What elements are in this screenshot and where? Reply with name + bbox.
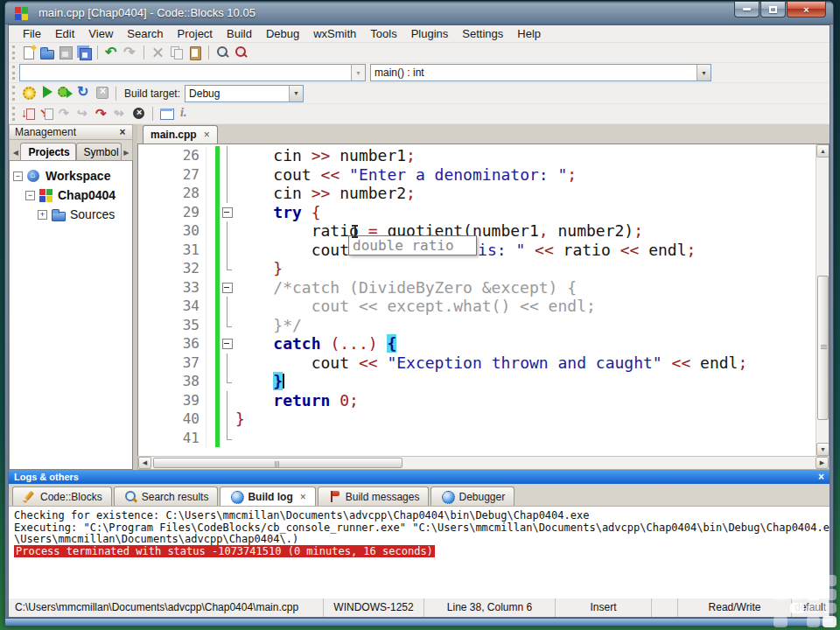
code-line-33[interactable]: 33 /*catch (DivideByZero &except) { bbox=[138, 278, 816, 298]
line-number[interactable]: 35 bbox=[138, 316, 206, 335]
scroll-left-icon[interactable]: ◀ bbox=[138, 457, 151, 469]
replace-icon[interactable] bbox=[233, 45, 249, 60]
line-number[interactable]: 33 bbox=[138, 278, 206, 298]
line-number[interactable]: 36 bbox=[138, 334, 206, 354]
line-number[interactable]: 32 bbox=[138, 259, 206, 278]
code-line-31[interactable]: 31 coutis: " << ratio << endl; bbox=[138, 241, 816, 260]
line-number[interactable]: 41 bbox=[138, 429, 206, 448]
step-into-icon[interactable] bbox=[75, 106, 92, 122]
code-line-34[interactable]: 34 cout << except.what() << endl; bbox=[138, 297, 816, 316]
chevron-down-icon[interactable]: ▼ bbox=[696, 65, 710, 80]
title-bar[interactable]: main.cpp [Chap0404] - Code::Blocks 10.05… bbox=[5, 2, 833, 24]
scope-combobox[interactable]: ▼ bbox=[19, 64, 366, 81]
vertical-scroll-thumb[interactable] bbox=[817, 276, 829, 420]
tab-main-cpp[interactable]: main.cpp × bbox=[143, 125, 218, 144]
abort-icon[interactable] bbox=[94, 84, 110, 100]
line-number[interactable]: 34 bbox=[138, 297, 206, 316]
open-file-icon[interactable] bbox=[38, 45, 55, 60]
code-line-35[interactable]: 35 }*/ bbox=[138, 316, 816, 335]
debugging-windows-icon[interactable] bbox=[158, 106, 175, 122]
tab-close-icon[interactable]: × bbox=[204, 129, 210, 141]
code-line-37[interactable]: 37 cout << "Exception thrown and caught"… bbox=[138, 354, 816, 373]
menu-wxsmith[interactable]: wxSmith bbox=[306, 25, 363, 42]
code-line-32[interactable]: 32 } bbox=[138, 259, 816, 278]
collapse-icon[interactable]: − bbox=[25, 191, 35, 200]
menu-project[interactable]: Project bbox=[171, 25, 220, 42]
code-line-41[interactable]: 41 bbox=[138, 429, 816, 448]
tree-item-workspace[interactable]: −Workspace bbox=[11, 166, 130, 186]
menu-tools[interactable]: Tools bbox=[363, 25, 403, 42]
fold-collapse-icon[interactable] bbox=[221, 203, 234, 222]
maximize-button[interactable] bbox=[760, 2, 786, 18]
various-info-icon[interactable] bbox=[177, 106, 193, 122]
code-text[interactable]: cin >> number1; bbox=[234, 146, 416, 165]
code-line-36[interactable]: 36 catch (...) { bbox=[138, 334, 816, 354]
line-number[interactable]: 37 bbox=[138, 354, 206, 373]
code-text[interactable]: } bbox=[234, 410, 245, 429]
log-tab-search-results[interactable]: Search results bbox=[114, 486, 219, 506]
build-target-combobox[interactable]: Debug ▼ bbox=[185, 85, 304, 102]
horizontal-scrollbar[interactable]: ◀ ▶ bbox=[137, 456, 830, 470]
log-tab-build-messages[interactable]: Build messages bbox=[318, 486, 430, 506]
run-to-cursor-icon[interactable] bbox=[38, 106, 55, 122]
menu-file[interactable]: File bbox=[16, 25, 48, 42]
fold-collapse-icon[interactable] bbox=[221, 334, 234, 354]
code-line-30[interactable]: 30 ratio = quotient(number1, number2); bbox=[138, 221, 816, 241]
scroll-right-icon[interactable]: ▶ bbox=[816, 457, 829, 469]
code-text[interactable]: cout << except.what() << endl; bbox=[234, 297, 596, 316]
tab-projects[interactable]: Projects bbox=[20, 143, 75, 160]
menu-debug[interactable]: Debug bbox=[259, 25, 306, 42]
run-icon[interactable] bbox=[38, 84, 55, 100]
copy-icon[interactable] bbox=[168, 45, 185, 60]
code-text[interactable]: return 0; bbox=[234, 391, 359, 410]
save-icon[interactable] bbox=[57, 45, 74, 60]
menu-search[interactable]: Search bbox=[120, 25, 170, 42]
log-tab-code-blocks[interactable]: Code::Blocks bbox=[12, 486, 112, 506]
build-and-run-icon[interactable] bbox=[57, 84, 74, 100]
code-line-26[interactable]: 26 cin >> number1; bbox=[138, 146, 816, 165]
close-button[interactable]: × bbox=[787, 2, 826, 18]
code-line-40[interactable]: 40} bbox=[138, 410, 816, 429]
code-text[interactable]: /*catch (DivideByZero &except) { bbox=[234, 278, 577, 298]
expand-icon[interactable]: + bbox=[38, 210, 47, 220]
code-text[interactable]: } bbox=[234, 372, 284, 391]
line-number[interactable]: 39 bbox=[138, 391, 206, 410]
menu-plugins[interactable]: Plugins bbox=[404, 25, 456, 42]
stop-debugger-icon[interactable] bbox=[130, 106, 147, 122]
menu-build[interactable]: Build bbox=[220, 25, 259, 42]
find-icon[interactable] bbox=[214, 45, 231, 60]
code-text[interactable]: cin >> number2; bbox=[234, 184, 416, 203]
code-text[interactable]: } bbox=[234, 259, 283, 278]
menu-settings[interactable]: Settings bbox=[455, 25, 510, 42]
code-text[interactable]: cout << "Exception thrown and caught" <<… bbox=[234, 354, 747, 373]
line-number[interactable]: 38 bbox=[138, 372, 206, 391]
log-tab-close-icon[interactable]: × bbox=[300, 491, 306, 503]
tree-item-sources[interactable]: +Sources bbox=[11, 205, 130, 224]
code-line-29[interactable]: 29 try { bbox=[138, 203, 816, 222]
step-out-icon[interactable] bbox=[94, 106, 110, 122]
redo-icon[interactable] bbox=[122, 45, 138, 60]
line-number[interactable]: 31 bbox=[138, 241, 206, 260]
logs-panel-caption[interactable]: Logs & others × bbox=[9, 470, 830, 484]
scroll-right-icon[interactable]: ▶ bbox=[122, 149, 131, 160]
code-text[interactable]: catch (...) { bbox=[234, 334, 396, 354]
line-number[interactable]: 28 bbox=[138, 184, 206, 203]
function-combobox[interactable]: main() : int ▼ bbox=[370, 64, 711, 81]
code-line-39[interactable]: 39 return 0; bbox=[138, 391, 816, 410]
management-close-icon[interactable]: × bbox=[116, 126, 129, 138]
save-all-icon[interactable] bbox=[75, 45, 92, 60]
horizontal-scroll-thumb[interactable] bbox=[153, 458, 402, 468]
next-instruction-icon[interactable] bbox=[112, 106, 129, 122]
line-number[interactable]: 27 bbox=[138, 165, 206, 185]
new-file-icon[interactable] bbox=[20, 45, 37, 60]
code-text[interactable] bbox=[234, 429, 235, 448]
menu-help[interactable]: Help bbox=[510, 25, 548, 42]
scroll-down-icon[interactable]: ▼ bbox=[816, 443, 830, 456]
line-number[interactable]: 29 bbox=[138, 203, 206, 222]
chevron-down-icon[interactable]: ▼ bbox=[289, 86, 303, 102]
log-tab-debugger[interactable]: Debugger bbox=[430, 486, 514, 506]
next-line-icon[interactable] bbox=[57, 106, 74, 122]
code-text[interactable]: try { bbox=[234, 203, 321, 222]
minimize-button[interactable] bbox=[734, 2, 760, 18]
logs-close-icon[interactable]: × bbox=[818, 471, 824, 483]
